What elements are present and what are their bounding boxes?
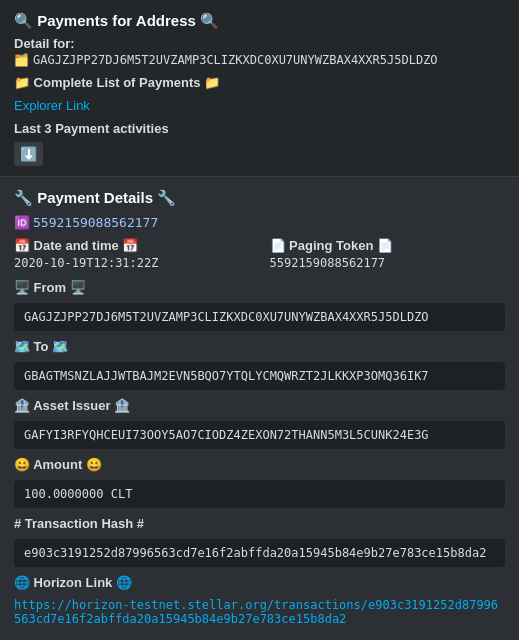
from-label: 🖥️ From 🖥️ [14, 280, 505, 295]
address-value: GAGJZJPP27DJ6M5T2UVZAMP3CLIZKXDC0XU7UNYW… [33, 53, 438, 67]
from-value: GAGJZJPP27DJ6M5T2UVZAMP3CLIZKXDC0XU7UNYW… [14, 303, 505, 331]
asset-issuer-value: GAFYI3RFYQHCEUI73OOY5AO7CIODZ4ZEXON72THA… [14, 421, 505, 449]
detail-for-label: Detail for: [14, 36, 505, 51]
main-section: 🔧 Payment Details 🔧 🆔 5592159088562177 📅… [0, 177, 519, 638]
id-label: 🆔 5592159088562177 [14, 215, 505, 230]
paging-token-label: 📄 Paging Token 📄 [270, 238, 506, 253]
download-button[interactable]: ⬇️ [14, 142, 43, 166]
address-display: 🗂️ GAGJZJPP27DJ6M5T2UVZAMP3CLIZKXDC0XU7U… [14, 53, 505, 67]
date-value: 2020-10-19T12:31:22Z [14, 256, 250, 270]
date-label: 📅 Date and time 📅 [14, 238, 250, 253]
explorer-link[interactable]: Explorer Link [14, 98, 505, 113]
paging-col: 📄 Paging Token 📄 5592159088562177 [270, 238, 506, 272]
complete-list-label: 📁 Complete List of Payments 📁 [14, 75, 505, 90]
last-payments-label: Last 3 Payment activities [14, 121, 505, 136]
address-icon: 🗂️ [14, 53, 29, 67]
horizon-link-label: 🌐 Horizon Link 🌐 [14, 575, 505, 590]
date-paging-row: 📅 Date and time 📅 2020-10-19T12:31:22Z 📄… [14, 238, 505, 272]
date-col: 📅 Date and time 📅 2020-10-19T12:31:22Z [14, 238, 250, 272]
paging-token-value: 5592159088562177 [270, 256, 506, 270]
top-section: 🔍 Payments for Address 🔍 Detail for: 🗂️ … [0, 0, 519, 177]
amount-value: 100.0000000 CLT [14, 480, 505, 508]
to-label: 🗺️ To 🗺️ [14, 339, 505, 354]
asset-issuer-label: 🏦 Asset Issuer 🏦 [14, 398, 505, 413]
to-value: GBAGTMSNZLAJJWTBAJM2EVN5BQO7YTQLYCMQWRZT… [14, 362, 505, 390]
tx-hash-value: e903c3191252d87996563cd7e16f2abffda20a15… [14, 539, 505, 567]
id-icon: 🆔 [14, 215, 30, 230]
payment-details-title: 🔧 Payment Details 🔧 [14, 189, 505, 207]
page-title: 🔍 Payments for Address 🔍 [14, 12, 505, 30]
horizon-link-url[interactable]: https://horizon-testnet.stellar.org/tran… [14, 598, 505, 626]
id-value: 5592159088562177 [33, 215, 158, 230]
amount-label: 😀 Amount 😀 [14, 457, 505, 472]
tx-hash-label: # Transaction Hash # [14, 516, 505, 531]
